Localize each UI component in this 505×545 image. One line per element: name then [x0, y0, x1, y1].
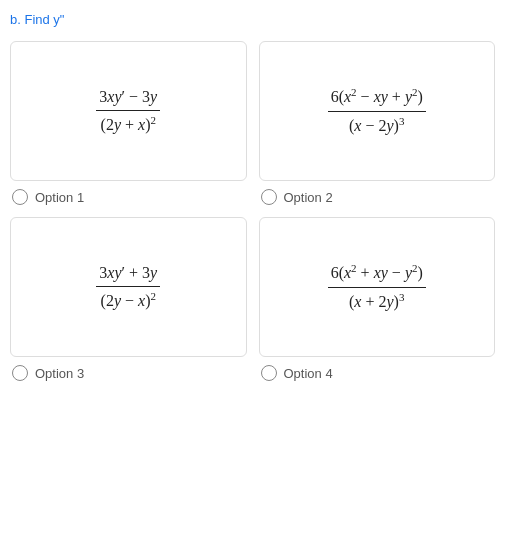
option-cell-2: 6(x2 − xy + y2) (x − 2y)3 Option 2 [259, 41, 496, 205]
option-3-label: Option 3 [35, 366, 84, 381]
formula-2: 6(x2 − xy + y2) (x − 2y)3 [328, 84, 426, 138]
option-cell-4: 6(x2 + xy − y2) (x + 2y)3 Option 4 [259, 217, 496, 381]
radio-option-3[interactable] [12, 365, 28, 381]
radio-option-2[interactable] [261, 189, 277, 205]
option-cell-1: 3xy′ − 3y (2y + x)2 Option 1 [10, 41, 247, 205]
formula-3: 3xy′ + 3y (2y − x)2 [96, 261, 160, 313]
options-grid: 3xy′ − 3y (2y + x)2 Option 1 6(x2 − xy +… [10, 41, 495, 381]
option-label-row-2: Option 2 [259, 189, 496, 205]
option-label-row-4: Option 4 [259, 365, 496, 381]
radio-option-1[interactable] [12, 189, 28, 205]
option-box-4[interactable]: 6(x2 + xy − y2) (x + 2y)3 [259, 217, 496, 357]
option-cell-3: 3xy′ + 3y (2y − x)2 Option 3 [10, 217, 247, 381]
formula-4: 6(x2 + xy − y2) (x + 2y)3 [328, 260, 426, 314]
option-2-label: Option 2 [284, 190, 333, 205]
option-label-row-1: Option 1 [10, 189, 247, 205]
question-label: b. Find y" [10, 12, 495, 27]
option-4-label: Option 4 [284, 366, 333, 381]
option-1-label: Option 1 [35, 190, 84, 205]
option-box-1[interactable]: 3xy′ − 3y (2y + x)2 [10, 41, 247, 181]
option-box-3[interactable]: 3xy′ + 3y (2y − x)2 [10, 217, 247, 357]
option-label-row-3: Option 3 [10, 365, 247, 381]
radio-option-4[interactable] [261, 365, 277, 381]
option-box-2[interactable]: 6(x2 − xy + y2) (x − 2y)3 [259, 41, 496, 181]
formula-1: 3xy′ − 3y (2y + x)2 [96, 85, 160, 137]
